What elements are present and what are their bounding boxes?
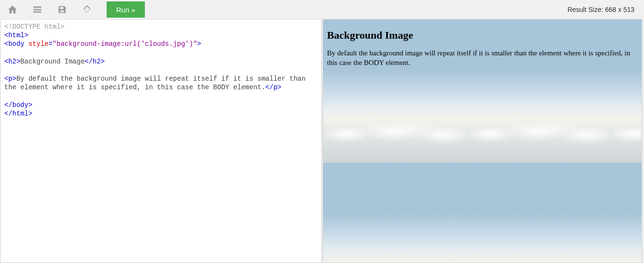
result-pane: Background Image By default the backgrou… <box>323 19 642 263</box>
code-line[interactable]: </html> <box>4 109 317 118</box>
code-line[interactable] <box>4 92 317 101</box>
result-paragraph: By default the background image will rep… <box>327 48 638 68</box>
code-editor[interactable]: <!DOCTYPE html><html><body style="backgr… <box>0 20 321 121</box>
save-icon[interactable] <box>55 2 70 17</box>
rotate-icon[interactable] <box>79 2 95 17</box>
result-content: Background Image By default the backgrou… <box>323 20 642 72</box>
editor-pane[interactable]: <!DOCTYPE html><html><body style="backgr… <box>0 19 322 263</box>
toolbar: Run » Result Size: 668 x 513 <box>0 0 644 19</box>
code-line[interactable]: <p>By default the background image will … <box>4 74 317 92</box>
run-button[interactable]: Run » <box>107 1 145 18</box>
code-line[interactable] <box>4 49 317 57</box>
result-size-label: Result Size: 668 x 513 <box>568 6 639 13</box>
code-line[interactable]: </body> <box>4 101 317 109</box>
menu-icon[interactable] <box>30 2 45 17</box>
code-line[interactable]: <body style="background-image:url('cloud… <box>4 40 317 48</box>
home-icon[interactable] <box>5 2 20 17</box>
code-line[interactable] <box>4 66 317 74</box>
result-heading: Background Image <box>327 29 638 42</box>
code-line[interactable]: <!DOCTYPE html> <box>4 22 317 31</box>
code-line[interactable]: <h2>Background Image</h2> <box>4 57 317 66</box>
main-split: <!DOCTYPE html><html><body style="backgr… <box>0 19 644 263</box>
code-line[interactable]: <html> <box>4 31 317 40</box>
